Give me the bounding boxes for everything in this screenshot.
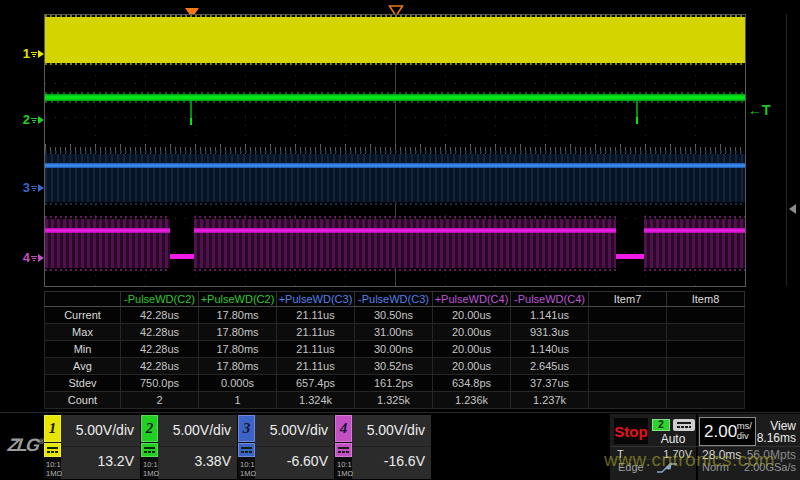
table-row: Min42.28us17.80ms21.11us30.00ns20.00us1.… xyxy=(45,341,745,358)
channel-3-tab: 3 10:11MΩ xyxy=(238,415,255,479)
channel-4-ground-marker[interactable]: 4 xyxy=(14,251,44,265)
measurement-value: 42.28us xyxy=(121,324,199,341)
measurement-value: 1 xyxy=(199,392,277,409)
measurement-value: 1.237k xyxy=(511,392,589,409)
column-header: +PulseWD(C3) xyxy=(277,292,355,307)
right-arrow-icon xyxy=(38,254,44,262)
measurement-value: 30.50ns xyxy=(355,307,433,324)
watermark: www.cntronics.com xyxy=(604,449,775,471)
trigger-source-badge[interactable]: 2 xyxy=(652,419,670,431)
column-header: +PulseWD(C4) xyxy=(433,292,511,307)
table-row: Current42.28us17.80ms21.11us30.50ns20.00… xyxy=(45,307,745,324)
table-row: Avg42.28us17.80ms21.11us30.52ns20.00us2.… xyxy=(45,358,745,375)
measurement-value xyxy=(667,375,745,392)
trigger-level-marker[interactable]: ←T xyxy=(748,102,771,118)
waveform-display[interactable] xyxy=(44,14,746,287)
channel-1-label: 1 xyxy=(23,47,30,61)
channel-2-tab: 2 10:11MΩ xyxy=(141,415,158,479)
column-header: -PulseWD(C2) xyxy=(121,292,199,307)
probe-info: 10:11MΩ xyxy=(240,461,256,478)
right-arrow-icon xyxy=(38,184,44,192)
measurement-value: 20.00us xyxy=(433,307,511,324)
channel-4-noise-band xyxy=(45,219,170,268)
measurement-value: 42.28us xyxy=(121,307,199,324)
channel-2-label: 2 xyxy=(23,113,30,127)
measurement-value: 17.80ms xyxy=(199,324,277,341)
measurement-value xyxy=(589,324,667,341)
channel-3-label: 3 xyxy=(23,181,30,195)
measurement-value xyxy=(589,358,667,375)
dc-coupling-icon xyxy=(44,443,61,457)
channel-4-noise-band xyxy=(644,219,745,268)
measurement-value: 37.37us xyxy=(511,375,589,392)
channel-4-label: 4 xyxy=(23,251,30,265)
trigger-mode[interactable]: Auto xyxy=(650,432,696,446)
table-row: Count211.324k1.325k1.236k1.237k xyxy=(45,392,745,409)
row-label: Min xyxy=(45,341,121,358)
measurement-value: 1.236k xyxy=(433,392,511,409)
measurement-value: 657.4ps xyxy=(277,375,355,392)
oscilloscope-screen: 1 2 3 4 ←T -PulseWD(C2)+PulseWD(C2)+Puls… xyxy=(0,0,800,480)
measurement-value: 161.2ps xyxy=(355,375,433,392)
channel-2-glitch xyxy=(190,101,192,125)
run-stop-status[interactable]: Stop xyxy=(614,418,648,444)
channel-number-badge: 4 xyxy=(335,415,352,442)
channel-1-tab: 1 10:11MΩ xyxy=(44,415,61,479)
channel-2-settings[interactable]: 2 10:11MΩ 5.00V/div 3.38V xyxy=(141,415,237,479)
scroll-left-arrow-icon[interactable] xyxy=(789,204,796,214)
trigger-coupling-icon[interactable] xyxy=(673,419,695,431)
channel-4-trace-high xyxy=(45,228,170,233)
measurement-value: 21.11us xyxy=(277,341,355,358)
channel-offset: -16.6V xyxy=(384,453,425,469)
measurement-value: 0.000s xyxy=(199,375,277,392)
measurement-value xyxy=(667,341,745,358)
row-label: Avg xyxy=(45,358,121,375)
probe-info: 10:11MΩ xyxy=(337,461,353,478)
measurement-value: 42.28us xyxy=(121,358,199,375)
channel-3-noise-band xyxy=(45,154,745,202)
timebase-control[interactable]: 2.00 ms/div xyxy=(699,417,756,446)
measurement-value xyxy=(589,375,667,392)
ground-icon xyxy=(31,113,37,127)
channel-4-settings[interactable]: 4 10:11MΩ 5.00V/div -16.6V xyxy=(335,415,431,479)
channel-number-badge: 2 xyxy=(141,415,158,442)
channel-4-trace-low xyxy=(170,254,194,259)
table-row: Stdev750.0ps0.000s657.4ps161.2ps634.8ps3… xyxy=(45,375,745,392)
measurement-value xyxy=(667,392,745,409)
volts-per-div: 5.00V/div xyxy=(173,422,231,438)
row-label: Count xyxy=(45,392,121,409)
channel-1-settings[interactable]: 1 10:11MΩ 5.00V/div 13.2V xyxy=(44,415,140,479)
column-header: Item8 xyxy=(667,292,745,307)
dc-coupling-icon xyxy=(141,443,158,457)
column-header: Item7 xyxy=(589,292,667,307)
measurement-value: 750.0ps xyxy=(121,375,199,392)
right-edge-divider xyxy=(786,14,787,286)
ground-icon xyxy=(31,181,37,195)
channel-4-trace-low xyxy=(616,254,644,259)
measurement-value: 20.00us xyxy=(433,324,511,341)
measurement-value: 20.00us xyxy=(433,358,511,375)
measurement-value: 21.11us xyxy=(277,358,355,375)
channel-1-ground-marker[interactable]: 1 xyxy=(14,47,44,61)
channel-3-ground-marker[interactable]: 3 xyxy=(14,181,44,195)
row-label: Current xyxy=(45,307,121,324)
view-value: 8.16ms xyxy=(750,431,796,445)
measurement-value: 1.325k xyxy=(355,392,433,409)
table-row: Max42.28us17.80ms21.11us31.00ns20.00us93… xyxy=(45,324,745,341)
volts-per-div: 5.00V/div xyxy=(367,422,425,438)
measurement-value xyxy=(589,392,667,409)
measurement-value: 30.00ns xyxy=(355,341,433,358)
measurement-value: 1.141us xyxy=(511,307,589,324)
probe-info: 10:11MΩ xyxy=(143,461,159,478)
measurement-value: 1.140us xyxy=(511,341,589,358)
channel-2-ground-marker[interactable]: 2 xyxy=(14,113,44,127)
measurement-value: 20.00us xyxy=(433,341,511,358)
measurement-panel: -PulseWD(C2)+PulseWD(C2)+PulseWD(C3)-Pul… xyxy=(44,291,745,404)
channel-4-tab: 4 10:11MΩ xyxy=(335,415,352,479)
channel-4-trace-high xyxy=(194,228,616,233)
channel-3-settings[interactable]: 3 10:11MΩ 5.00V/div -6.60V xyxy=(238,415,334,479)
measurement-value: 634.8ps xyxy=(433,375,511,392)
channel-4-trace-high xyxy=(644,228,745,233)
dc-coupling-icon xyxy=(335,443,352,457)
column-header xyxy=(45,292,121,307)
